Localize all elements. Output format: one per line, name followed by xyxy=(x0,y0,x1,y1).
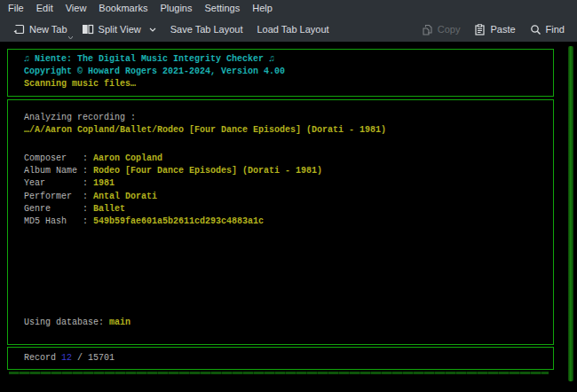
record-panel: Record 12 / 15701 xyxy=(7,347,554,370)
field-row-album-name: Album Name : Rodeo [Four Dance Episodes]… xyxy=(24,165,322,177)
save-tab-layout-button[interactable]: Save Tab Layout xyxy=(163,19,250,40)
field-label: MD5 Hash xyxy=(24,216,83,228)
copy-button[interactable]: Copy xyxy=(415,19,468,40)
field-value: Aaron Copland xyxy=(93,153,162,165)
scan-status: Scanning music files… xyxy=(24,78,553,90)
toolbar: New Tab Split View Save Tab Layout xyxy=(0,17,577,42)
menu-edit[interactable]: Edit xyxy=(30,0,59,17)
app-copyright: Copyright © Howard Rogers 2021-2024, Ver… xyxy=(24,66,553,78)
app-title: ♫ Niente: The Digital Music Integrity Ch… xyxy=(24,53,553,66)
menu-plugins[interactable]: Plugins xyxy=(154,0,198,17)
new-tab-button[interactable]: New Tab xyxy=(5,19,75,40)
field-row-md5-hash: MD5 Hash : 549b59fae601a5b2611cd293c4883… xyxy=(24,216,322,228)
field-separator: : xyxy=(83,153,93,165)
field-value: 549b59fae601a5b2611cd293c4883a1c xyxy=(93,216,264,228)
field-separator: : xyxy=(83,203,93,216)
field-value: 1981 xyxy=(93,177,115,190)
record-current: 12 xyxy=(61,352,72,365)
menu-file[interactable]: File xyxy=(2,0,30,17)
new-tab-dropdown-caret xyxy=(68,36,73,39)
split-view-button[interactable]: Split View xyxy=(75,19,163,40)
field-row-composer: Composer : Aaron Copland xyxy=(24,153,322,165)
record-counter: Record 12 / 15701 xyxy=(24,352,553,365)
field-row-genre: Genre : Ballet xyxy=(24,203,322,216)
analyzing-label: Analyzing recording : xyxy=(24,112,386,124)
field-label: Performer xyxy=(24,191,83,203)
field-row-year: Year : 1981 xyxy=(24,177,322,190)
new-tab-icon xyxy=(12,23,25,35)
field-value: Ballet xyxy=(93,203,125,216)
find-icon xyxy=(530,24,541,35)
field-label: Year xyxy=(24,177,83,190)
database-line: Using database: main xyxy=(24,317,130,329)
field-label: Genre xyxy=(24,203,83,216)
menu-bar: File Edit View Bookmarks Plugins Setting… xyxy=(0,0,577,17)
field-separator: : xyxy=(83,165,93,177)
split-view-icon xyxy=(82,23,94,35)
field-row-performer: Performer : Antal Dorati xyxy=(24,191,322,203)
toolbar-left-group: New Tab Split View Save Tab Layout xyxy=(5,19,336,40)
field-value: Antal Dorati xyxy=(93,191,157,203)
menu-bookmarks[interactable]: Bookmarks xyxy=(92,0,154,17)
copy-icon xyxy=(422,24,433,35)
record-total: 15701 xyxy=(88,352,115,365)
menu-view[interactable]: View xyxy=(59,0,93,17)
menu-help[interactable]: Help xyxy=(246,0,279,17)
window-chrome: File Edit View Bookmarks Plugins Setting… xyxy=(0,0,577,42)
find-label: Find xyxy=(546,24,565,35)
paste-label: Paste xyxy=(490,24,515,35)
menu-settings[interactable]: Settings xyxy=(198,0,246,17)
load-tab-layout-button[interactable]: Load Tab Layout xyxy=(249,19,336,40)
paste-button[interactable]: Paste xyxy=(467,19,522,40)
field-separator: : xyxy=(83,191,93,203)
terminal-scrollbar[interactable] xyxy=(568,46,573,381)
bottom-rule xyxy=(9,372,549,374)
field-label: Composer xyxy=(24,153,83,165)
database-label: Using database: xyxy=(24,317,104,329)
find-button[interactable]: Find xyxy=(523,19,572,40)
save-tab-layout-label: Save Tab Layout xyxy=(170,24,243,35)
copy-label: Copy xyxy=(438,24,461,35)
field-separator: : xyxy=(83,177,93,190)
toolbar-right-group: Copy Paste Find xyxy=(415,19,572,40)
split-view-label: Split View xyxy=(99,24,141,35)
app-header-panel: ♫ Niente: The Digital Music Integrity Ch… xyxy=(7,49,554,97)
analyzing-block: Analyzing recording : …/A/Aaron Copland/… xyxy=(24,112,386,137)
field-label: Album Name xyxy=(24,165,83,177)
record-separator: / xyxy=(77,352,83,365)
terminal-screen[interactable]: ♫ Niente: The Digital Music Integrity Ch… xyxy=(0,42,577,392)
field-separator: : xyxy=(83,216,93,228)
recording-path: …/A/Aaron Copland/Ballet/Rodeo [Four Dan… xyxy=(24,124,386,137)
database-value: main xyxy=(109,317,130,329)
analysis-panel: Analyzing recording : …/A/Aaron Copland/… xyxy=(7,99,554,345)
record-label: Record xyxy=(24,352,56,365)
paste-icon xyxy=(474,24,486,35)
metadata-fields: Composer : Aaron Copland Album Name : Ro… xyxy=(24,153,322,228)
field-value: Rodeo [Four Dance Episodes] (Dorati - 19… xyxy=(93,165,322,177)
new-tab-label: New Tab xyxy=(29,24,67,35)
load-tab-layout-label: Load Tab Layout xyxy=(257,24,328,35)
chevron-down-icon xyxy=(149,27,156,32)
